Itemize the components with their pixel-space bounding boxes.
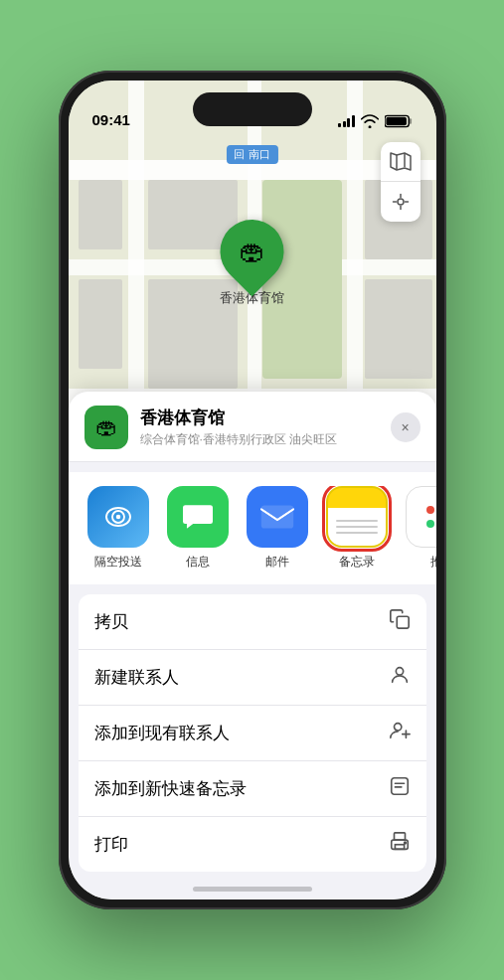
share-messages[interactable]: 信息 bbox=[162, 486, 234, 571]
phone-frame: 09:41 bbox=[59, 71, 446, 909]
home-indicator bbox=[193, 887, 312, 892]
bottom-sheet: 🏟 香港体育馆 综合体育馆·香港特别行政区 油尖旺区 × bbox=[69, 392, 436, 899]
more-icon bbox=[406, 486, 436, 548]
venue-name: 香港体育馆 bbox=[140, 407, 379, 429]
airdrop-icon bbox=[87, 486, 149, 548]
copy-icon bbox=[389, 608, 411, 635]
action-add-notes-label: 添加到新快速备忘录 bbox=[94, 777, 247, 800]
map-location-label: 回 南口 bbox=[226, 145, 277, 164]
status-time: 09:41 bbox=[92, 111, 130, 128]
action-print[interactable]: 打印 bbox=[79, 817, 426, 872]
share-mail[interactable]: 邮件 bbox=[242, 486, 313, 571]
svg-rect-23 bbox=[395, 845, 404, 850]
action-copy-label: 拷贝 bbox=[94, 610, 128, 633]
action-add-contact[interactable]: 添加到现有联系人 bbox=[79, 706, 426, 761]
messages-label: 信息 bbox=[186, 554, 210, 571]
add-notes-icon bbox=[389, 775, 411, 802]
close-button[interactable]: × bbox=[391, 412, 420, 442]
status-icons bbox=[338, 114, 413, 128]
svg-point-24 bbox=[404, 842, 406, 844]
phone-screen: 09:41 bbox=[69, 81, 436, 899]
mail-label: 邮件 bbox=[265, 554, 289, 571]
sheet-header: 🏟 香港体育馆 综合体育馆·香港特别行政区 油尖旺区 × bbox=[69, 392, 436, 462]
svg-rect-2 bbox=[386, 117, 407, 125]
notes-label: 备忘录 bbox=[339, 554, 375, 571]
svg-rect-18 bbox=[391, 778, 408, 795]
svg-rect-11 bbox=[260, 505, 292, 528]
signal-icon bbox=[338, 115, 355, 127]
svg-point-15 bbox=[394, 724, 401, 731]
share-items: 隔空投送 信息 bbox=[83, 486, 436, 571]
svg-rect-13 bbox=[397, 616, 409, 628]
share-more[interactable]: 推 bbox=[401, 486, 436, 571]
action-print-label: 打印 bbox=[94, 833, 128, 856]
more-label: 推 bbox=[430, 554, 436, 571]
pin-circle: 🏟 bbox=[207, 207, 297, 297]
messages-icon bbox=[167, 486, 229, 548]
notes-icon bbox=[326, 486, 388, 548]
new-contact-icon bbox=[389, 664, 411, 691]
svg-rect-21 bbox=[394, 833, 405, 840]
map-type-button[interactable] bbox=[381, 142, 420, 182]
notes-lines-decoration bbox=[336, 520, 378, 538]
mail-icon bbox=[247, 486, 308, 548]
wifi-icon bbox=[361, 114, 379, 128]
share-notes[interactable]: 备忘录 bbox=[321, 486, 393, 571]
location-button[interactable] bbox=[381, 182, 420, 222]
action-add-notes[interactable]: 添加到新快速备忘录 bbox=[79, 761, 426, 817]
svg-point-14 bbox=[396, 668, 403, 675]
action-copy[interactable]: 拷贝 bbox=[79, 594, 426, 650]
svg-point-9 bbox=[115, 515, 120, 520]
action-new-contact-label: 新建联系人 bbox=[94, 666, 179, 689]
add-contact-icon bbox=[389, 720, 411, 746]
svg-point-3 bbox=[398, 199, 404, 205]
print-icon bbox=[389, 831, 411, 858]
airdrop-label: 隔空投送 bbox=[94, 554, 142, 571]
venue-subtitle: 综合体育馆·香港特别行政区 油尖旺区 bbox=[140, 431, 379, 448]
venue-pin[interactable]: 🏟 香港体育馆 bbox=[220, 220, 284, 307]
venue-info: 香港体育馆 综合体育馆·香港特别行政区 油尖旺区 bbox=[140, 407, 379, 448]
share-row: 隔空投送 信息 bbox=[69, 472, 436, 584]
dynamic-island bbox=[193, 92, 312, 126]
action-new-contact[interactable]: 新建联系人 bbox=[79, 650, 426, 706]
action-list: 拷贝 新建联系人 bbox=[79, 594, 426, 872]
svg-rect-1 bbox=[409, 118, 411, 124]
action-add-contact-label: 添加到现有联系人 bbox=[94, 722, 230, 744]
stadium-icon: 🏟 bbox=[240, 237, 265, 267]
map-controls bbox=[381, 142, 420, 222]
share-airdrop[interactable]: 隔空投送 bbox=[83, 486, 154, 571]
venue-icon: 🏟 bbox=[84, 406, 128, 449]
battery-icon bbox=[385, 114, 413, 128]
